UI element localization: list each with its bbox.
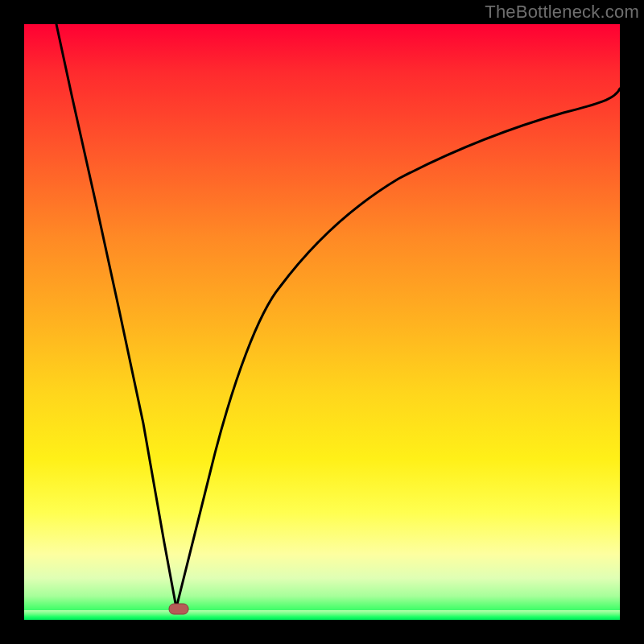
curve-right-branch [176, 89, 620, 608]
curve-left-branch [56, 24, 176, 608]
minimum-marker [169, 604, 188, 614]
curve-layer [24, 24, 620, 620]
watermark-text: TheBottleneck.com [485, 2, 639, 23]
plot-area [24, 24, 620, 620]
chart-frame: TheBottleneck.com [0, 0, 644, 644]
